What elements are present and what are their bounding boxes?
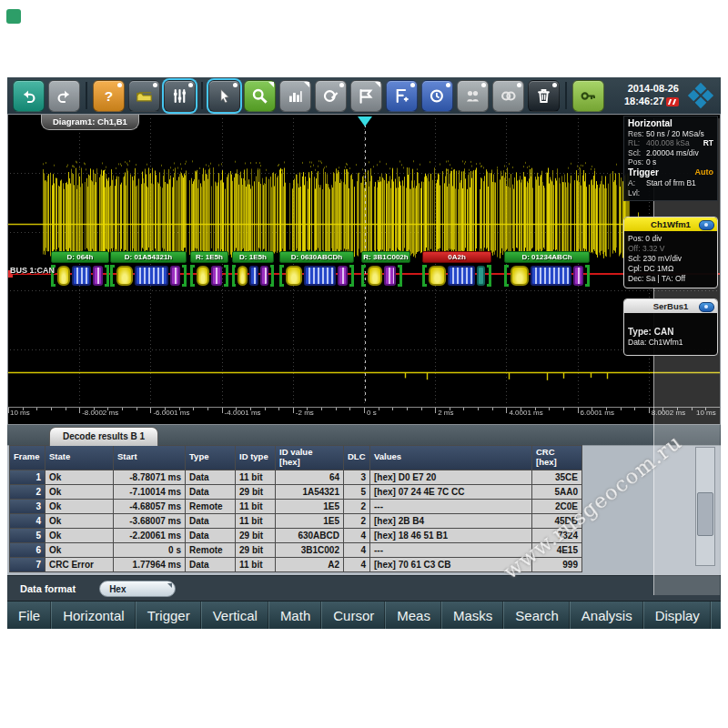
table-cell[interactable]: 4 [344,529,369,542]
delete-button[interactable] [528,80,560,112]
menu-item-meas[interactable]: Meas [386,602,442,629]
table-cell[interactable]: 3B1C002 [276,543,343,557]
menu-item-file[interactable]: File [7,602,52,629]
demo-button[interactable] [457,80,489,112]
table-cell[interactable]: 630ABCD [276,529,343,542]
table-cell[interactable]: [hex] 2B B4 [370,514,531,528]
frame-number-cell[interactable]: 5 [10,529,45,542]
table-cell[interactable]: Ok [46,485,113,499]
menu-item-search[interactable]: Search [504,602,571,629]
table-cell[interactable]: Ok [46,500,113,513]
table-cell[interactable]: Remote [186,500,235,513]
table-cell[interactable]: 5AA0 [532,485,581,499]
table-cell[interactable]: 1E5 [276,514,343,528]
table-cell[interactable]: Data [186,485,235,499]
table-cell[interactable]: Data [186,558,235,571]
table-cell[interactable]: --- [370,543,531,557]
frame-number-cell[interactable]: 6 [10,543,45,557]
minimize-icon[interactable] [699,220,714,230]
table-cell[interactable]: A2 [276,558,343,571]
histogram-button[interactable] [279,80,311,112]
table-cell[interactable]: -4.68057 ms [114,500,185,513]
table-cell[interactable]: 64 [276,470,343,484]
table-cell[interactable]: 4 [344,558,369,571]
table-cell[interactable]: 35CE [532,470,581,484]
data-format-dropdown[interactable]: Hex [99,581,176,597]
table-cell[interactable]: 11 bit [236,514,275,528]
table-cell[interactable]: 1A54321 [276,485,343,499]
table-cell[interactable]: Remote [186,543,235,557]
frame-number-cell[interactable]: 2 [10,485,45,499]
frame-number-cell[interactable]: 3 [10,500,45,513]
table-cell[interactable]: [hex] 18 46 51 B1 [370,529,531,542]
table-cell[interactable]: 2 [344,514,369,528]
table-cell[interactable]: [hex] 70 61 C3 CB [370,558,531,571]
display-settings-button[interactable] [164,80,196,112]
table-cell[interactable]: 2 [344,500,369,513]
table-cell[interactable]: Ok [46,514,113,528]
menu-item-math[interactable]: Math [269,602,322,629]
table-cell[interactable]: [hex] D0 E7 20 [370,470,531,484]
scrollbar-thumb[interactable] [697,492,713,536]
decode-results-tab[interactable]: Decode results B 1 [49,427,158,446]
table-cell[interactable]: 2C0E [532,500,581,513]
undo-button[interactable] [13,80,45,112]
table-cell[interactable]: [hex] 07 24 4E 7C CC [370,485,531,499]
table-cell[interactable]: --- [370,500,531,513]
channel1-panel[interactable]: Ch1Wfm1 Pos: 0 divOff: 3.32 VScl: 230 mV… [623,217,718,288]
table-cell[interactable]: 5 [344,485,369,499]
quick-meas-button[interactable] [421,80,453,112]
protection-button[interactable] [572,80,604,112]
table-cell[interactable]: Data [186,529,235,542]
menu-item-vertical[interactable]: Vertical [202,602,269,629]
results-scrollbar[interactable] [695,447,715,566]
trigger-position-marker[interactable] [358,116,372,126]
table-cell[interactable]: Ok [46,529,113,542]
table-cell[interactable]: Data [186,514,235,528]
table-cell[interactable]: 29 bit [236,529,275,542]
menu-item-trigger[interactable]: Trigger [136,602,202,629]
menu-item-analysis[interactable]: Analysis [571,602,644,629]
table-cell[interactable]: 29 bit [236,485,275,499]
table-cell[interactable]: 11 bit [236,558,275,571]
table-cell[interactable]: 11 bit [236,500,275,513]
table-cell[interactable]: 11 bit [236,470,275,484]
menu-item-display[interactable]: Display [644,602,712,629]
redo-button[interactable] [48,80,80,112]
mask-test-button[interactable] [350,80,382,112]
table-cell[interactable]: 0 s [114,543,185,557]
table-cell[interactable]: -7.10014 ms [114,485,185,499]
menu-item-masks[interactable]: Masks [442,602,504,629]
table-cell[interactable]: 999 [532,558,581,571]
menu-item-cursor[interactable]: Cursor [322,602,386,629]
diagram-tab[interactable]: Diagram1: Ch1,B1 [41,115,139,130]
table-cell[interactable]: Ok [46,543,113,557]
frame-number-cell[interactable]: 4 [10,514,45,528]
table-cell[interactable]: -2.20061 ms [114,529,185,542]
spectrum-button[interactable] [386,80,418,112]
table-cell[interactable]: 29 bit [236,543,275,557]
minimize-icon[interactable] [699,302,714,312]
file-open-button[interactable] [128,80,160,112]
table-cell[interactable]: 4E15 [532,543,581,557]
select-cursor-button[interactable] [208,80,240,112]
serial-bus-panel[interactable]: SerBus1 Type: CANData: Ch1Wfm1 [623,298,718,356]
zoom-button[interactable] [244,80,276,112]
frame-number-cell[interactable]: 7 [10,558,45,571]
table-cell[interactable]: Data [186,470,235,484]
table-cell[interactable]: CRC Error [46,558,113,571]
menu-item-horizontal[interactable]: Horizontal [52,602,136,629]
horizontal-panel[interactable]: Horizontal Res:50 ns / 20 MSa/sRL:400.00… [623,116,718,201]
table-cell[interactable]: 1E5 [276,500,343,513]
table-cell[interactable]: 1.77964 ms [114,558,185,571]
help-button[interactable]: ? [93,80,125,112]
annotation-button[interactable] [315,80,347,112]
table-cell[interactable]: 45DB [532,514,581,528]
table-cell[interactable]: -8.78071 ms [114,470,185,484]
table-cell[interactable]: -3.68007 ms [114,514,185,528]
table-cell[interactable]: Ok [46,470,113,484]
table-cell[interactable]: 3 [344,470,369,484]
frame-number-cell[interactable]: 1 [10,470,45,484]
table-cell[interactable]: 4 [344,543,369,557]
generator-button[interactable] [492,80,524,112]
